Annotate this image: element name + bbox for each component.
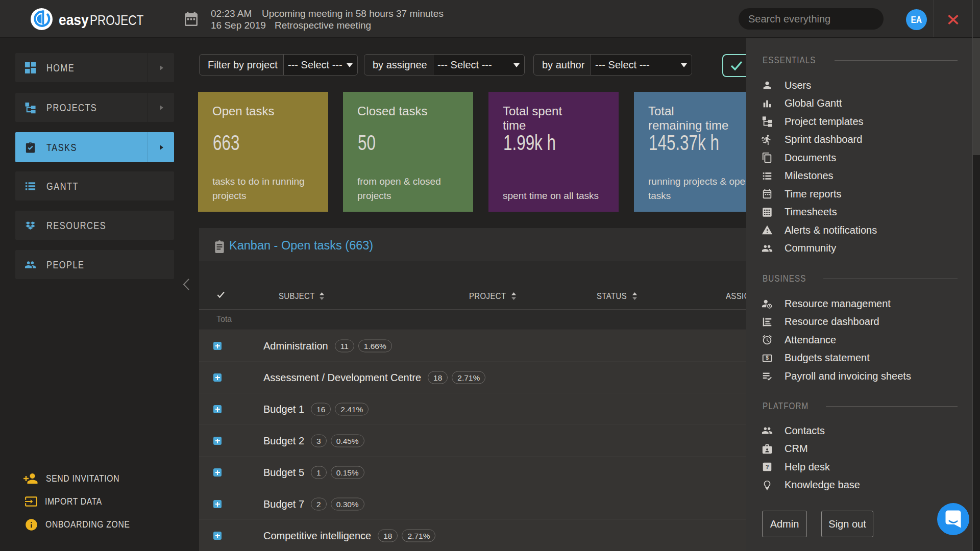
svg-text:?: ?	[766, 464, 769, 470]
svg-text:$: $	[766, 355, 769, 361]
